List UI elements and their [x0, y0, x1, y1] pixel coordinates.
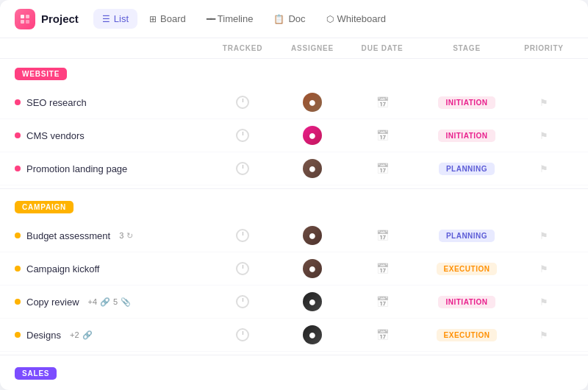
meta-count: 5: [113, 297, 118, 306]
task-name-cell: SEO research: [15, 97, 206, 108]
assignee-cell[interactable]: ●: [279, 292, 345, 311]
project-logo: [15, 9, 35, 29]
stage-badge: PLANNING: [439, 230, 495, 242]
priority-cell[interactable]: ⚑: [514, 230, 573, 241]
group-badge-campaign[interactable]: CAMPAIGN: [15, 201, 74, 213]
group-divider: [0, 355, 588, 355]
stage-cell[interactable]: PLANNING: [419, 163, 514, 175]
timer-cell[interactable]: [206, 129, 279, 142]
group-badge-sales[interactable]: SALES: [15, 367, 57, 380]
avatar-face: ●: [303, 226, 322, 245]
calendar-icon: 📅: [376, 130, 389, 141]
timeline-icon: ━━: [207, 14, 214, 24]
task-dot: [15, 233, 21, 238]
flag-icon: ⚑: [539, 97, 548, 108]
timer-cell[interactable]: [206, 328, 279, 341]
stage-badge: EXECUTION: [437, 263, 498, 275]
due-date-cell[interactable]: 📅: [345, 329, 419, 341]
whiteboard-icon: ⬡: [326, 14, 334, 24]
timer-icon: [236, 96, 249, 109]
group-badge-website[interactable]: WEBSITE: [15, 68, 67, 80]
nav-list-label: List: [114, 13, 129, 24]
due-date-cell[interactable]: 📅: [345, 96, 419, 108]
nav-timeline[interactable]: ━━ Timeline: [198, 9, 262, 29]
task-name-cell: Budget assessment3↻: [15, 230, 206, 241]
stage-cell[interactable]: EXECUTION: [419, 329, 514, 341]
due-date-cell[interactable]: 📅: [345, 230, 419, 241]
priority-cell[interactable]: ⚑: [514, 297, 573, 308]
assignee-cell[interactable]: ●: [279, 259, 345, 278]
group-divider: [0, 188, 588, 189]
task-name-cell: Campaign kickoff: [15, 263, 206, 274]
calendar-icon: 📅: [376, 329, 389, 341]
flag-icon: ⚑: [539, 263, 548, 274]
calendar-icon: 📅: [376, 296, 389, 308]
task-row[interactable]: Promotion landing page●📅PLANNING⚑: [0, 152, 588, 185]
content-area: WEBSITESEO research●📅INITIATION⚑CMS vend…: [0, 59, 588, 390]
avatar-face: ●: [303, 292, 322, 311]
timer-icon: [236, 328, 249, 341]
col-stage: STAGE: [419, 44, 514, 52]
assignee-cell[interactable]: ●: [279, 126, 345, 145]
nav-whiteboard[interactable]: ⬡ Whiteboard: [318, 9, 395, 29]
task-row[interactable]: Designs+2🔗●📅EXECUTION⚑: [0, 319, 588, 352]
nav-timeline-label: Timeline: [218, 13, 254, 24]
col-assignee: ASSIGNEE: [279, 44, 345, 52]
col-priority: PRIORITY: [514, 44, 573, 52]
stage-cell[interactable]: INITIATION: [419, 130, 514, 142]
task-row[interactable]: Marketing request form●📅PLANNING⚑: [0, 386, 588, 390]
task-row[interactable]: Budget assessment3↻●📅PLANNING⚑: [0, 219, 588, 252]
task-name-cell: Designs+2🔗: [15, 330, 206, 341]
due-date-cell[interactable]: 📅: [345, 163, 419, 174]
task-dot: [15, 132, 21, 138]
due-date-cell[interactable]: 📅: [345, 296, 419, 308]
calendar-icon: 📅: [376, 263, 389, 274]
due-date-cell[interactable]: 📅: [345, 263, 419, 274]
stage-cell[interactable]: EXECUTION: [419, 263, 514, 275]
task-dot: [15, 299, 21, 305]
stage-cell[interactable]: INITIATION: [419, 296, 514, 308]
task-row[interactable]: Campaign kickoff●📅EXECUTION⚑: [0, 252, 588, 286]
col-name: [15, 44, 206, 52]
nav-board[interactable]: ⊞ Board: [140, 9, 195, 29]
stage-badge: EXECUTION: [437, 329, 498, 341]
avatar-face: ●: [303, 259, 322, 278]
priority-cell[interactable]: ⚑: [514, 330, 573, 341]
stage-cell[interactable]: PLANNING: [419, 230, 514, 242]
calendar-icon: 📅: [376, 96, 389, 108]
flag-icon: ⚑: [539, 130, 548, 141]
assignee-cell[interactable]: ●: [279, 226, 345, 245]
task-row[interactable]: CMS vendors●📅INITIATION⚑: [0, 119, 588, 152]
stage-cell[interactable]: INITIATION: [419, 96, 514, 109]
avatar: ●: [303, 292, 322, 311]
nav-doc[interactable]: 📋 Doc: [265, 9, 314, 29]
due-date-cell[interactable]: 📅: [345, 130, 419, 141]
task-dot: [15, 266, 21, 272]
svg-rect-0: [21, 15, 24, 18]
meta-icon: 🔗: [82, 330, 93, 340]
assignee-cell[interactable]: ●: [279, 93, 345, 112]
timer-cell[interactable]: [206, 262, 279, 275]
task-row[interactable]: SEO research●📅INITIATION⚑: [0, 86, 588, 119]
priority-cell[interactable]: ⚑: [514, 263, 573, 274]
timer-cell[interactable]: [206, 295, 279, 308]
col-tracked: TRACKED: [206, 44, 279, 52]
priority-cell[interactable]: ⚑: [514, 130, 573, 141]
meta-icon: 🔗: [100, 297, 110, 307]
task-row[interactable]: Copy review+4🔗5📎●📅INITIATION⚑: [0, 286, 588, 319]
assignee-cell[interactable]: ●: [279, 159, 345, 178]
priority-cell[interactable]: ⚑: [514, 163, 573, 174]
assignee-cell[interactable]: ●: [279, 325, 345, 344]
meta-icon: 📎: [121, 297, 131, 307]
svg-rect-3: [26, 20, 29, 24]
avatar: ●: [303, 159, 322, 178]
task-label: Copy review: [26, 297, 79, 308]
task-meta: +2🔗: [70, 330, 93, 340]
flag-icon: ⚑: [539, 330, 548, 341]
timer-cell[interactable]: [206, 162, 279, 175]
timer-cell[interactable]: [206, 96, 279, 109]
col-due-date: DUE DATE: [345, 44, 419, 52]
timer-cell[interactable]: [206, 229, 279, 242]
priority-cell[interactable]: ⚑: [514, 97, 573, 108]
nav-list[interactable]: ☰ List: [93, 9, 137, 29]
